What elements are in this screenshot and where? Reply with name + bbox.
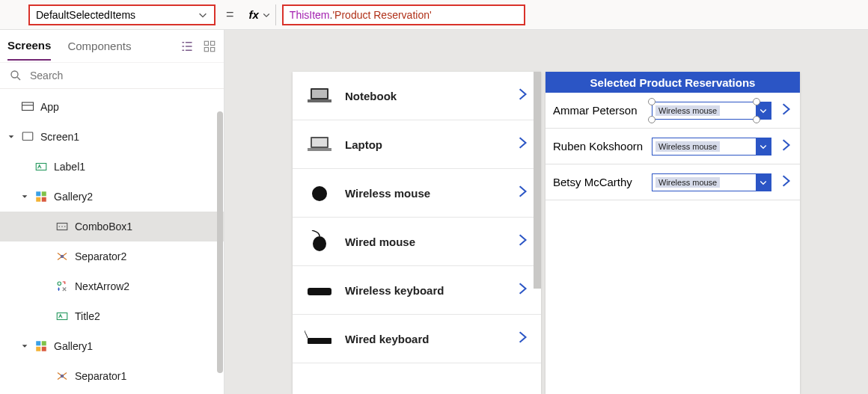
chevron-down-icon — [198, 10, 208, 20]
formula-input[interactable]: ThisItem.'Product Reservation' — [282, 4, 525, 25]
list-item[interactable]: Wireless mouse — [293, 169, 541, 218]
product-label: Wired mouse — [345, 236, 505, 248]
formula-token-string: 'Product Reservation' — [332, 9, 431, 21]
combobox[interactable]: Wireless mouse — [652, 102, 771, 120]
search-input[interactable] — [30, 70, 215, 81]
chevron-down-icon[interactable] — [756, 138, 771, 155]
tree-label: Label1 — [54, 161, 85, 173]
svg-rect-28 — [312, 138, 327, 147]
svg-rect-20 — [42, 341, 46, 345]
tree-node-app[interactable]: App — [0, 92, 224, 122]
svg-point-15 — [64, 226, 66, 227]
svg-rect-22 — [42, 347, 46, 351]
gallery-control-icon — [34, 190, 48, 203]
svg-rect-6 — [22, 132, 33, 141]
chevron-down-icon[interactable] — [756, 174, 771, 191]
tree-node-title2[interactable]: Title2 — [0, 301, 224, 331]
tree-label: Screen1 — [40, 131, 79, 143]
selection-handle[interactable] — [648, 98, 655, 105]
chevron-right-icon[interactable] — [779, 102, 792, 119]
product-label: Wired keyboard — [345, 333, 505, 345]
search-icon — [9, 69, 22, 82]
list-item[interactable]: Wireless keyboard — [293, 266, 541, 315]
screen-icon — [21, 130, 34, 144]
product-label: Wireless mouse — [345, 187, 505, 200]
list-item[interactable]: Laptop — [293, 120, 541, 169]
product-thumb-laptop — [305, 84, 334, 107]
selection-handle[interactable] — [648, 116, 655, 123]
reservation-name: Ruben Kokshoorn — [553, 140, 644, 153]
property-dropdown[interactable]: DefaultSelectedItems — [28, 4, 216, 25]
equals-sign: = — [221, 7, 239, 22]
panel-tabs: Screens Components — [0, 30, 224, 63]
svg-rect-21 — [36, 347, 40, 351]
svg-rect-9 — [42, 191, 46, 196]
table-row: Ammar Peterson Wireless mouse — [545, 93, 800, 129]
tree-node-combobox1[interactable]: ComboBox1 — [0, 212, 224, 241]
combobox-tag: Wireless mouse — [655, 105, 720, 116]
canvas-area: Notebook Laptop Wireless mouse — [224, 30, 868, 394]
reservations-header: Selected Product Reservations — [545, 72, 800, 93]
svg-rect-33 — [308, 338, 331, 344]
selection-handle[interactable] — [753, 116, 760, 123]
list-item[interactable]: Notebook — [293, 72, 541, 120]
chevron-right-icon[interactable] — [779, 138, 792, 155]
svg-rect-26 — [308, 99, 331, 102]
reservation-name: Betsy McCarthy — [553, 176, 644, 188]
tree-node-gallery1[interactable]: Gallery1 — [0, 331, 224, 361]
svg-rect-1 — [211, 41, 215, 45]
product-label: Wireless keyboard — [345, 284, 505, 297]
svg-point-17 — [58, 282, 61, 286]
selection-handle[interactable] — [753, 98, 760, 105]
chevron-right-icon[interactable] — [516, 282, 529, 298]
chevron-right-icon[interactable] — [779, 174, 792, 191]
svg-point-31 — [313, 236, 326, 251]
tree-outline-icon[interactable] — [180, 40, 194, 53]
grid-view-icon[interactable] — [203, 40, 216, 53]
svg-rect-11 — [42, 197, 46, 202]
product-thumb-keyboard — [305, 279, 334, 301]
tree-node-gallery2[interactable]: Gallery2 — [0, 182, 224, 212]
tree-node-label1[interactable]: Label1 — [0, 152, 224, 182]
tab-components[interactable]: Components — [67, 32, 131, 60]
caret-down-icon — [21, 193, 28, 200]
svg-point-13 — [59, 226, 61, 227]
chevron-right-icon[interactable] — [516, 233, 529, 250]
gallery-reservations: Selected Product Reservations Ammar Pete… — [545, 72, 800, 394]
product-thumb-keyboard — [305, 327, 334, 350]
chevron-right-icon[interactable] — [516, 330, 529, 347]
svg-rect-19 — [36, 341, 40, 345]
tree-node-screen1[interactable]: Screen1 — [0, 122, 224, 152]
fx-dropdown[interactable]: fx — [245, 4, 276, 25]
tree-node-nextarrow2[interactable]: NextArrow2 — [0, 271, 224, 301]
formula-bar: DefaultSelectedItems = fx ThisItem.'Prod… — [0, 0, 868, 30]
list-item[interactable]: Wired mouse — [293, 218, 541, 266]
tree-label: ComboBox1 — [75, 221, 132, 233]
chevron-down-icon — [262, 10, 271, 19]
svg-rect-5 — [22, 102, 34, 111]
svg-point-30 — [312, 186, 327, 201]
table-row: Ruben Kokshoorn Wireless mouse — [545, 129, 800, 164]
svg-rect-18 — [57, 313, 67, 320]
svg-rect-25 — [312, 90, 327, 98]
svg-point-14 — [61, 226, 63, 227]
list-item[interactable]: Wired keyboard — [293, 315, 541, 363]
formula-token-thisitem: ThisItem — [290, 9, 330, 21]
tree-node-separator1[interactable]: Separator1 — [0, 361, 224, 391]
tree-node-separator2[interactable]: Separator2 — [0, 241, 224, 271]
fx-label: fx — [249, 8, 259, 21]
scrollbar-thumb[interactable] — [534, 72, 541, 289]
tree-label: NextArrow2 — [75, 280, 129, 292]
chevron-right-icon[interactable] — [516, 136, 529, 153]
tree-label: Gallery1 — [54, 340, 93, 352]
chevron-right-icon[interactable] — [516, 87, 529, 104]
combobox[interactable]: Wireless mouse — [652, 138, 771, 156]
chevron-right-icon[interactable] — [516, 185, 529, 201]
combobox-control-icon — [55, 220, 69, 233]
tab-screens[interactable]: Screens — [7, 31, 51, 61]
svg-rect-8 — [36, 191, 40, 196]
product-label: Notebook — [345, 90, 505, 102]
product-thumb-mouse — [305, 182, 334, 204]
scrollbar-thumb[interactable] — [217, 111, 223, 373]
combobox[interactable]: Wireless mouse — [652, 173, 771, 191]
